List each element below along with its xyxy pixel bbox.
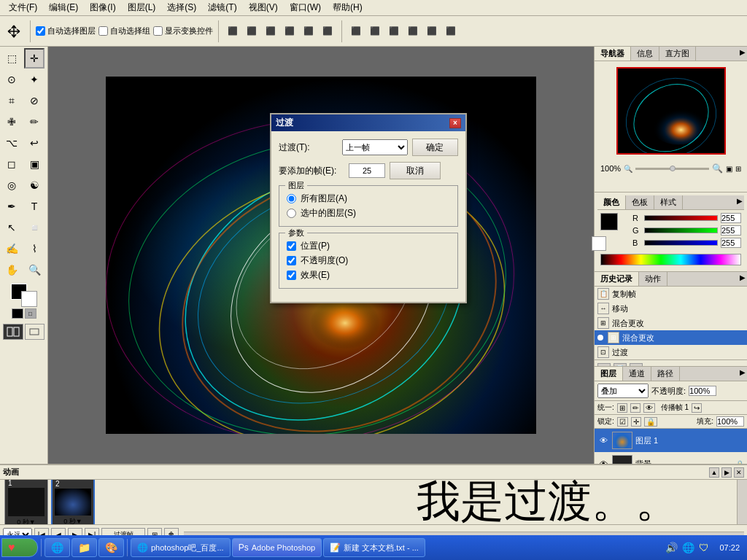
tool-move[interactable]: ✛ — [24, 48, 44, 69]
layer-eye-1[interactable]: 👁 — [597, 458, 609, 464]
tab-actions[interactable]: 动作 — [639, 272, 667, 286]
tool-magic-wand[interactable]: ✦ — [24, 69, 44, 90]
green-slider[interactable] — [644, 228, 718, 233]
fit-screen-icon[interactable]: ▣ — [726, 165, 732, 173]
auto-select-group-checkbox[interactable]: 自动选择组 — [98, 26, 150, 36]
tab-info[interactable]: 信息 — [631, 47, 659, 61]
lock-all-icon[interactable]: 🔒 — [644, 417, 657, 427]
screen-mode-icon[interactable]: □ — [25, 308, 36, 319]
tool-eyedropper[interactable]: ⌇ — [24, 238, 44, 259]
anim-frame-time-1[interactable]: 0 秒▼ — [17, 518, 35, 525]
menu-window[interactable]: 窗口(W) — [284, 0, 327, 15]
menu-edit[interactable]: 编辑(E) — [43, 0, 84, 15]
tool-slice[interactable]: ⊘ — [24, 90, 44, 111]
anim-panel-shrink[interactable]: ▲ — [709, 467, 719, 478]
menu-image[interactable]: 图像(I) — [84, 0, 121, 15]
foreground-swatch[interactable] — [600, 213, 618, 230]
align-mid-btn[interactable]: ⬛ — [300, 24, 317, 38]
layer-row-1[interactable]: 👁 背景 🔒 — [595, 452, 747, 464]
menu-view[interactable]: 视图(V) — [243, 0, 284, 15]
tab-styles[interactable]: 样式 — [654, 195, 683, 209]
history-item-4[interactable]: ⊡ 过渡 — [595, 345, 747, 359]
full-screen-icon[interactable]: ⊞ — [735, 165, 741, 173]
tab-layers[interactable]: 图层 — [595, 367, 623, 381]
zoom-slider[interactable] — [635, 168, 709, 170]
taskbar-btn-folder[interactable]: 📁 — [71, 538, 97, 557]
unify-brush-icon[interactable]: ✏ — [630, 403, 640, 413]
dist-btn3[interactable]: ⬛ — [385, 24, 403, 38]
history-item-3[interactable]: ⊞ 混合更改 — [595, 330, 747, 345]
blue-value[interactable] — [721, 238, 741, 248]
opacity-input[interactable] — [689, 386, 716, 396]
tab-history[interactable]: 历史记录 — [595, 272, 639, 286]
dist-h-btn[interactable]: ⬛ — [347, 24, 365, 38]
lock-pos-icon[interactable]: ✛ — [631, 417, 641, 427]
taskbar-notepad-btn[interactable]: 📝 新建 文本文档.txt - ... — [323, 538, 425, 557]
unify-vis-icon[interactable]: 👁 — [643, 403, 655, 413]
layers-menu-btn[interactable]: ▶ — [738, 367, 747, 381]
start-button[interactable]: ♥ — [1, 538, 38, 557]
move-tool-icon[interactable] — [3, 22, 25, 41]
tool-clone[interactable]: ⌥ — [1, 133, 22, 153]
dist-btn5[interactable]: ⬛ — [423, 24, 441, 38]
tool-brush[interactable]: ✏ — [24, 112, 44, 132]
dialog-close-btn[interactable]: × — [449, 118, 461, 128]
align-center-btn[interactable]: ⬛ — [243, 24, 260, 38]
menu-select[interactable]: 选择(S) — [161, 0, 202, 15]
tool-hand[interactable]: ✋ — [1, 260, 22, 280]
navigator-menu-btn[interactable]: ▶ — [738, 47, 747, 61]
red-value[interactable] — [721, 213, 741, 223]
radio-selected-layers[interactable] — [287, 209, 296, 218]
align-left-btn[interactable]: ⬛ — [224, 24, 241, 38]
lock-pixel-icon[interactable]: ☑ — [617, 417, 628, 427]
anim-frame-2[interactable]: 2 0 秒▼ — [51, 480, 95, 524]
blend-mode-select[interactable]: 叠加 — [597, 384, 649, 398]
transition-select[interactable]: 上一帧 — [342, 139, 408, 155]
show-transform-controls-checkbox[interactable]: 显示变换控件 — [153, 26, 213, 36]
check-opacity[interactable] — [287, 256, 296, 265]
unify-pos-icon[interactable]: ⊞ — [617, 403, 627, 413]
background-swatch[interactable] — [592, 236, 606, 251]
menu-help[interactable]: 帮助(H) — [327, 0, 368, 15]
background-color[interactable] — [21, 291, 37, 307]
tool-marquee[interactable]: ⬚ — [1, 48, 22, 69]
red-slider[interactable] — [644, 215, 718, 221]
tool-eraser[interactable]: ◻ — [1, 154, 22, 174]
anim-panel-close[interactable]: ✕ — [734, 467, 744, 478]
jump-to-imageready-btn[interactable] — [25, 324, 45, 340]
dialog-titlebar[interactable]: 过渡 × — [271, 114, 465, 131]
history-item-0[interactable]: 📋 复制帧 — [595, 287, 747, 301]
green-value[interactable] — [721, 225, 741, 236]
tool-history-brush[interactable]: ↩ — [24, 133, 44, 153]
tab-paths[interactable]: 路径 — [651, 367, 680, 381]
zoom-out-icon[interactable]: 🔍 — [624, 165, 632, 173]
tool-crop[interactable]: ⌗ — [1, 90, 22, 111]
dist-btn4[interactable]: ⬛ — [404, 24, 422, 38]
tool-gradient[interactable]: ▣ — [24, 154, 44, 174]
taskbar-photoshop-bar-btn[interactable]: 🌐 photoshop吧_百度... — [131, 538, 231, 557]
history-item-2[interactable]: ⊞ 混合更改 — [595, 316, 747, 330]
dist-v-btn[interactable]: ⬛ — [366, 24, 384, 38]
menu-file[interactable]: 文件(F) — [3, 0, 43, 15]
history-item-1[interactable]: ↔ 移动 — [595, 301, 747, 316]
menu-filter[interactable]: 滤镜(T) — [202, 0, 242, 15]
radio-all-layers[interactable] — [287, 194, 296, 203]
tool-blur[interactable]: ◎ — [1, 175, 22, 195]
tool-path-select[interactable]: ↖ — [1, 217, 22, 238]
color-menu-btn[interactable]: ▶ — [735, 195, 744, 209]
zoom-in-icon[interactable]: 🔍 — [712, 163, 723, 174]
tab-channels[interactable]: 通道 — [623, 367, 651, 381]
frames-input[interactable] — [349, 163, 385, 178]
tool-heal[interactable]: ✙ — [1, 112, 22, 132]
edit-mode-btn[interactable] — [3, 324, 23, 340]
taskbar-adobe-ps-btn[interactable]: Ps Adobe Photoshop — [232, 538, 322, 557]
tool-notes[interactable]: ✍ — [1, 238, 22, 259]
layer-eye-0[interactable]: 👁 — [597, 435, 609, 446]
anim-panel-menu[interactable]: ▶ — [721, 467, 732, 478]
tab-histogram[interactable]: 直方图 — [659, 47, 696, 61]
layer-row-0[interactable]: 👁 图层 1 — [595, 429, 747, 452]
tool-shape[interactable]: ◽ — [24, 217, 44, 238]
taskbar-btn-ie[interactable]: 🌐 — [44, 538, 70, 557]
check-position[interactable] — [287, 241, 296, 251]
auto-select-layer-checkbox[interactable]: 自动选择图层 — [36, 26, 96, 36]
